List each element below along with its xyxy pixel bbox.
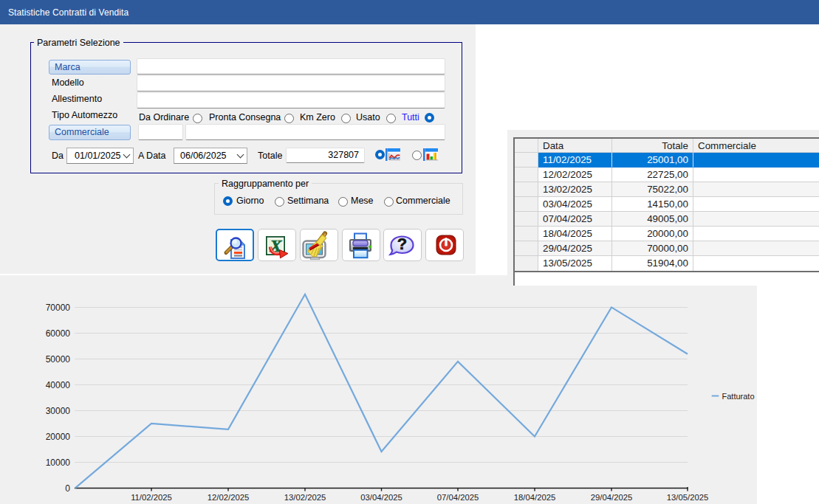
svg-text:50000: 50000 [46, 354, 71, 365]
svg-text:Fatturato: Fatturato [722, 392, 755, 401]
svg-text:40000: 40000 [46, 380, 71, 390]
svg-text:30000: 30000 [46, 406, 71, 416]
svg-text:20000: 20000 [46, 432, 71, 442]
svg-text:29/04/2025: 29/04/2025 [591, 493, 633, 502]
svg-text:0: 0 [65, 483, 70, 494]
svg-text:03/04/2025: 03/04/2025 [360, 493, 402, 502]
svg-text:60000: 60000 [46, 328, 71, 339]
svg-text:10000: 10000 [46, 458, 71, 468]
svg-text:18/04/2025: 18/04/2025 [514, 493, 556, 502]
svg-text:70000: 70000 [46, 303, 71, 313]
svg-text:13/05/2025: 13/05/2025 [667, 493, 709, 502]
svg-text:13/02/2025: 13/02/2025 [284, 493, 326, 502]
svg-text:07/04/2025: 07/04/2025 [437, 493, 479, 502]
svg-text:11/02/2025: 11/02/2025 [131, 493, 172, 502]
svg-text:12/02/2025: 12/02/2025 [208, 493, 250, 502]
svg-text:?: ? [397, 235, 407, 253]
